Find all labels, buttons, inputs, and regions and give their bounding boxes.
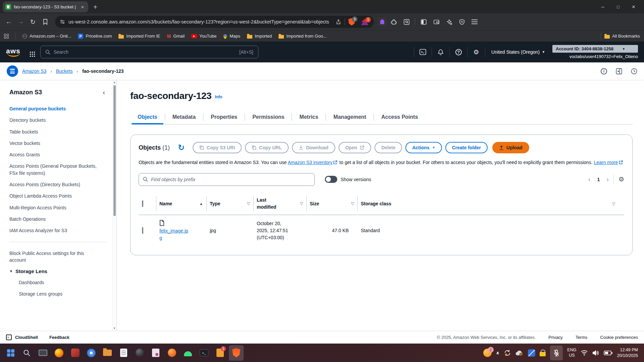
bookmark-folder-imported-from-goo[interactable]: Imported from Goo...: [279, 34, 327, 39]
tab-close-icon[interactable]: ×: [80, 4, 86, 10]
privacy-link[interactable]: Privacy: [548, 335, 563, 340]
nav-hamburger-button[interactable]: [7, 65, 18, 77]
battery-icon[interactable]: [604, 351, 612, 355]
breadcrumb-amazon-s3[interactable]: Amazon S3: [22, 68, 46, 74]
breadcrumb-buckets[interactable]: Buckets: [56, 68, 73, 74]
file-manager-icon[interactable]: [100, 345, 115, 361]
next-page-icon[interactable]: ›: [606, 175, 609, 183]
services-grid-icon[interactable]: [28, 50, 33, 55]
copy-s3-uri-button[interactable]: Copy S3 URI: [193, 142, 242, 153]
learn-more-link[interactable]: Learn more: [594, 160, 618, 165]
notifications-bell-icon[interactable]: [434, 46, 447, 58]
sidebar-item-access-points-gp[interactable]: Access Points (General Purpose Buckets, …: [0, 160, 116, 179]
camera-app-icon[interactable]: [132, 345, 147, 361]
brave-rewards-icon[interactable]: 1: [361, 19, 368, 25]
find-objects-input[interactable]: [151, 177, 310, 182]
info-link[interactable]: Info: [215, 95, 222, 99]
copy-url-button[interactable]: Copy URL: [245, 142, 289, 153]
console-search-bar[interactable]: [Alt+S]: [40, 46, 258, 58]
settings-gear-icon[interactable]: ⚙: [469, 46, 483, 58]
delete-button[interactable]: Delete: [375, 142, 402, 153]
sidebar-item-general-purpose-buckets[interactable]: General purpose buckets: [0, 103, 116, 114]
prev-page-icon[interactable]: ‹: [588, 175, 591, 183]
window-minimize-button[interactable]: ─: [595, 0, 610, 13]
column-size[interactable]: Size: [310, 201, 319, 206]
sidebar-item-vector-buckets[interactable]: Vector buckets: [0, 138, 116, 149]
table-preferences-gear-icon[interactable]: ⚙: [618, 175, 624, 183]
search-tabs-icon[interactable]: [401, 16, 412, 28]
column-last-modified[interactable]: Last modified: [257, 197, 281, 211]
split-panel-icon[interactable]: [616, 68, 622, 74]
find-objects-searchbox[interactable]: [139, 173, 315, 186]
wallet-icon[interactable]: [431, 16, 442, 28]
upload-button[interactable]: Upload: [492, 142, 529, 153]
tab-metadata[interactable]: Metadata: [165, 110, 203, 124]
window-close-button[interactable]: ✕: [626, 0, 641, 13]
sort-icon[interactable]: ▽: [351, 201, 354, 206]
tab-management[interactable]: Management: [326, 110, 374, 124]
media-app-icon[interactable]: [164, 345, 179, 361]
leo-ai-sparkle-icon[interactable]: [443, 16, 455, 28]
column-type[interactable]: Type: [210, 201, 220, 206]
notification-center-icon[interactable]: 2: [483, 349, 492, 357]
sidebar-toggle-icon[interactable]: [418, 16, 429, 28]
extension-avatar-icon[interactable]: [378, 17, 387, 26]
cookie-preferences-link[interactable]: Cookie preferences: [600, 335, 638, 340]
sort-icon[interactable]: ▽: [247, 201, 250, 206]
sidebar-item-table-buckets[interactable]: Table buckets: [0, 126, 116, 138]
sidebar-item-iam-access-analyzer[interactable]: IAM Access Analyzer for S3: [0, 225, 116, 236]
terminal-icon[interactable]: >_: [197, 345, 211, 361]
site-settings-icon[interactable]: [60, 19, 65, 24]
new-tab-button[interactable]: +: [90, 2, 100, 12]
url-bar[interactable]: us-west-2.console.aws.amazon.com/s3/buck…: [55, 16, 374, 28]
tab-properties[interactable]: Properties: [203, 110, 245, 124]
create-folder-button[interactable]: Create folder: [445, 142, 488, 153]
onedrive-paused-tray-icon[interactable]: [528, 349, 535, 357]
wifi-icon[interactable]: [581, 350, 588, 356]
cloudshell-icon[interactable]: [416, 46, 430, 58]
info-icon[interactable]: i: [601, 68, 607, 74]
vpn-shield-icon[interactable]: [456, 16, 467, 28]
apps-grid-icon[interactable]: [4, 34, 9, 39]
start-menu-button[interactable]: [3, 345, 18, 361]
security-lock-tray-icon[interactable]: [540, 352, 546, 356]
aws-logo[interactable]: aws: [6, 47, 20, 57]
text-editor-icon[interactable]: [116, 345, 131, 361]
firefox-icon[interactable]: [52, 345, 66, 361]
region-selector[interactable]: United States (Oregon)▼: [487, 49, 549, 55]
select-all-checkbox[interactable]: [142, 200, 143, 207]
scrollbar-down-icon[interactable]: ▼: [112, 327, 116, 330]
tab-permissions[interactable]: Permissions: [245, 110, 292, 124]
feedback-button[interactable]: Feedback: [49, 335, 69, 340]
sidebar-item-directory-buckets[interactable]: Directory buckets: [0, 114, 116, 126]
tab-metrics[interactable]: Metrics: [292, 110, 326, 124]
bookmark-maps[interactable]: Maps: [223, 34, 240, 39]
search-input[interactable]: [54, 49, 236, 55]
share-icon[interactable]: [336, 19, 341, 25]
actions-dropdown-button[interactable]: Actions▼: [405, 142, 442, 153]
scrollbar-up-icon[interactable]: ▲: [112, 81, 116, 84]
sidebar-scrollbar[interactable]: ▲ ▼: [112, 80, 116, 331]
refresh-button[interactable]: ↻: [175, 142, 187, 154]
bookmark-folder-imported[interactable]: Imported: [247, 34, 272, 39]
menu-icon[interactable]: [469, 16, 480, 28]
inventory-link[interactable]: Amazon S3 inventory: [288, 160, 332, 165]
browser-tab[interactable]: fao-secondary-123 - S3 bucket | ×: [3, 1, 88, 12]
column-name[interactable]: Name: [159, 201, 172, 206]
sidebar-item-block-public-access[interactable]: Block Public Access settings for this ac…: [0, 248, 101, 266]
show-versions-toggle[interactable]: [325, 176, 337, 183]
android-studio-icon[interactable]: [181, 345, 195, 361]
notes-app-icon[interactable]: 1: [213, 345, 228, 361]
tab-access-points[interactable]: Access Points: [374, 110, 425, 124]
task-view-icon[interactable]: [36, 345, 50, 361]
sidebar-item-multi-region[interactable]: Multi-Region Access Points: [0, 202, 116, 213]
bookmark-gmail[interactable]: MGmail: [167, 34, 185, 39]
back-button[interactable]: ←: [3, 16, 14, 27]
extensions-puzzle-icon[interactable]: [388, 16, 399, 28]
document-viewer-icon[interactable]: [148, 345, 163, 361]
cloud-status-tray-icon[interactable]: !: [515, 350, 524, 356]
language-indicator[interactable]: ENGUS: [567, 348, 576, 358]
bookmark-amazon[interactable]: Amazon.com – Onli...: [22, 34, 71, 39]
sidebar-collapse-icon[interactable]: ‹: [103, 89, 105, 96]
row-checkbox[interactable]: [142, 227, 143, 234]
